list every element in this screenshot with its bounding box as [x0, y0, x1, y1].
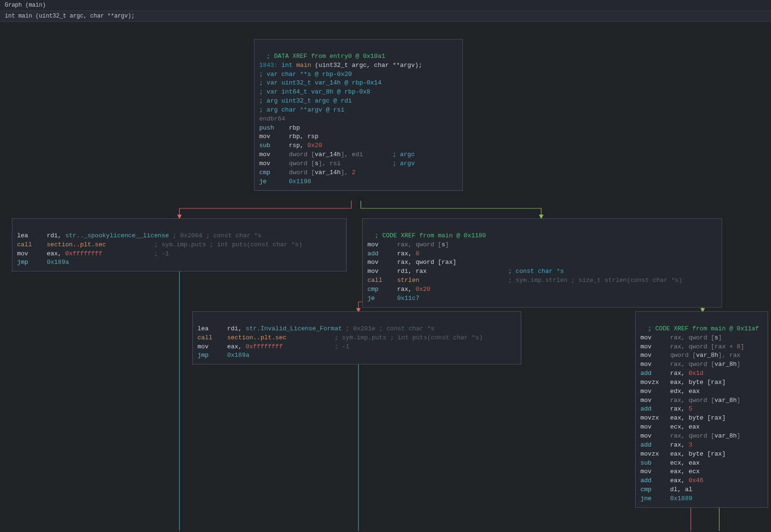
bb-invalid-format[interactable]: lea rdi, str.Invalid_License_Format ; 0x… [192, 311, 521, 364]
function-signature: int main (uint32_t argc, char **argv); [0, 11, 771, 22]
bb-strlen[interactable]: ; CODE XREF from main @ 0x1180 mov rax, … [362, 218, 722, 308]
bb-check-license[interactable]: ; CODE XREF from main @ 0x11af mov rax, … [635, 311, 768, 508]
bb-usage-error[interactable]: lea rdi, str.._spookylicence__license ; … [12, 218, 347, 271]
panel-title: Graph (main) [0, 0, 771, 11]
graph-canvas[interactable]: ; DATA XREF from entry0 @ 0x10a1 1843: i… [0, 22, 771, 531]
bb-entry[interactable]: ; DATA XREF from entry0 @ 0x10a1 1843: i… [254, 39, 463, 191]
